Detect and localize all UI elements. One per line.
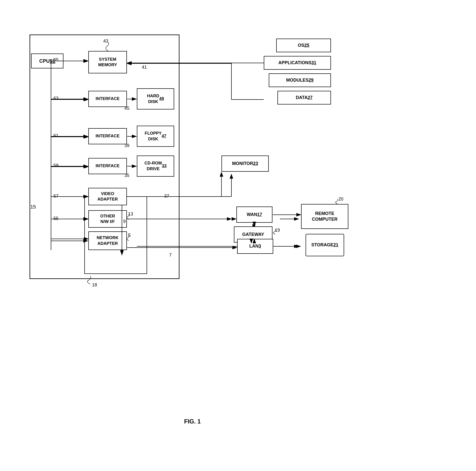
wan-box: WAN 17 (236, 207, 272, 223)
label-65: 65 (53, 57, 58, 62)
floppy-disk-box: FLOPPYDISK 47 (137, 126, 174, 147)
storage-box: STORAGE21 (306, 234, 344, 256)
other-nw-box: OTHERN/W I/F (88, 210, 127, 228)
label-61: 61 (53, 133, 58, 138)
interface1-box: INTERFACE (88, 91, 127, 107)
interface2-box: INTERFACE (88, 128, 127, 144)
diagram: CPU 51 15 SYSTEMMEMORY 43 41 INTERFACE 4… (15, 15, 460, 438)
label-45: 45 (124, 106, 129, 111)
label-59: 59 (53, 163, 58, 168)
modules-box: MODULES 29 (269, 73, 331, 87)
applications-box: APPLICATIONS 31 (264, 56, 331, 70)
label-57: 57 (53, 194, 58, 199)
label-63: 63 (53, 96, 58, 101)
fig-label: FIG. 1 (184, 418, 201, 425)
label-7: 7 (169, 253, 172, 258)
video-adapter-box: VIDEOADAPTER (88, 188, 127, 205)
cdrom-box: CD-ROMDRIVE 33 (137, 156, 174, 177)
network-adapter-box: NETWORKADAPTER (88, 231, 127, 250)
label-9: 9 (123, 219, 126, 224)
label-37: 37 (164, 194, 169, 199)
label-15: 15 (30, 204, 36, 210)
lan-box: LAN 3 (237, 239, 273, 254)
remote-computer-box: REMOTECOMPUTER (301, 204, 348, 229)
data-box: DATA 27 (277, 91, 331, 105)
hard-disk-box: HARDDISK 49 (137, 88, 174, 109)
label-39: 39 (124, 143, 129, 148)
label-35: 35 (124, 173, 129, 178)
monitor-box: MONITOR 23 (221, 156, 269, 172)
os-box: OS 25 (276, 39, 331, 52)
system-memory-box: SYSTEMMEMORY (88, 51, 127, 73)
cpu-box: CPU 51 (31, 53, 63, 68)
label-41: 41 (142, 65, 147, 70)
label-55: 55 (53, 216, 58, 221)
interface3-box: INTERFACE (88, 158, 127, 174)
